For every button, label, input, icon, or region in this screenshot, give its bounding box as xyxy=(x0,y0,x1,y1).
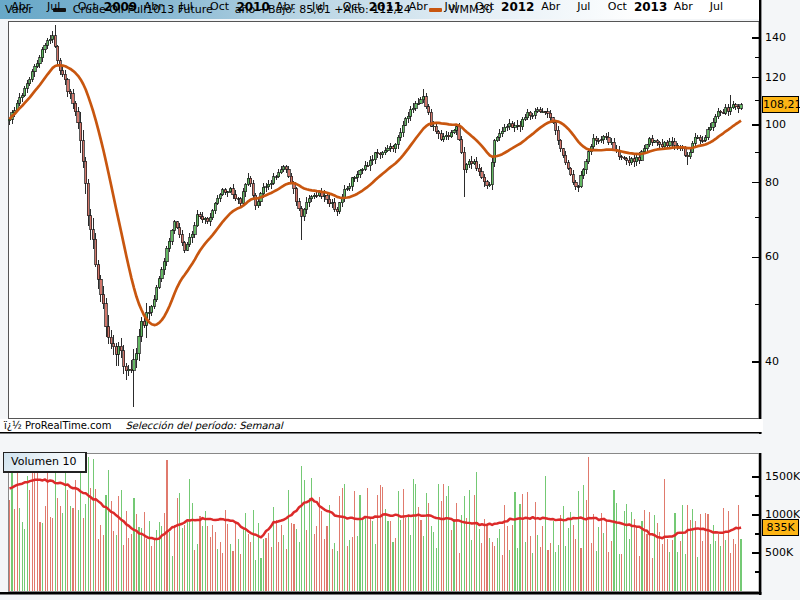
volume-indicator-tab[interactable]: Volumen 10 xyxy=(3,452,87,473)
provider-copyright: ï¿½ ProRealTime.com xyxy=(4,420,111,431)
last-volume-badge: 835K xyxy=(762,519,799,536)
footer-bar: ï¿½ ProRealTime.com Selección del períod… xyxy=(0,419,763,432)
last-price-badge: 108,21 xyxy=(762,96,799,113)
period-selection-label[interactable]: Selección del período: Semanal xyxy=(125,420,282,431)
chart-window: Valor Crude Oil Full1013 Future año +Baj… xyxy=(0,0,800,600)
price-volume-chart[interactable] xyxy=(0,0,800,600)
